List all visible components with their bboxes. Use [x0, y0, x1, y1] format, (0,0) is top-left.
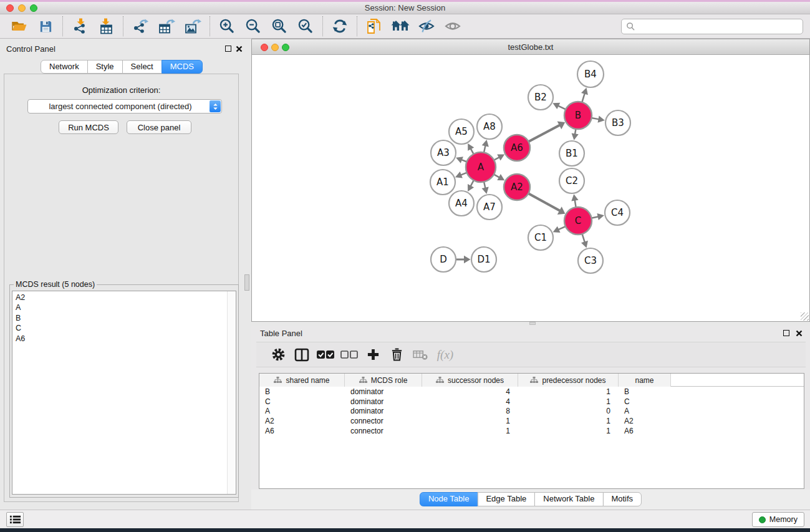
network-graph[interactable]: B4B2BB3A5A8A6A3B1AC2A1A2A4A7C4CC1C3DD1	[252, 55, 809, 321]
table-row[interactable]: Adominator80A	[259, 407, 804, 417]
node-table: shared nameMCDS rolesuccessor nodesprede…	[259, 373, 804, 489]
column-header-predecessor-nodes[interactable]: predecessor nodes	[518, 374, 619, 387]
show-details-eye-icon	[445, 20, 461, 32]
deselect-all-button[interactable]	[337, 344, 361, 365]
mcds-result-listbox[interactable]: A2ABCA6	[12, 291, 236, 495]
column-header-name[interactable]: name	[619, 374, 671, 387]
cell-shared-name: C	[259, 397, 345, 406]
float-panel-icon[interactable]	[783, 330, 789, 336]
close-panel-icon[interactable]	[796, 330, 803, 337]
column-icon	[294, 348, 309, 362]
zoom-out-button[interactable]	[240, 16, 266, 36]
graph-node-label: C	[575, 215, 581, 226]
graph-node-label: A3	[437, 147, 450, 158]
import-table-icon	[98, 18, 114, 34]
status-bar: Memory	[0, 510, 810, 528]
save-session-button[interactable]	[32, 16, 59, 36]
dropdown-value: largest connected component (directed)	[49, 102, 200, 111]
import-network-button[interactable]	[67, 16, 93, 36]
select-all-button[interactable]	[314, 344, 337, 365]
result-item[interactable]: A2	[16, 293, 233, 302]
graph-node-label: B2	[534, 92, 547, 103]
export-network-button[interactable]	[127, 16, 153, 36]
cell-name: A6	[619, 427, 671, 435]
dropdown-stepper-icon	[210, 100, 221, 112]
task-history-button[interactable]	[6, 512, 24, 527]
toolbar-separator	[62, 16, 63, 36]
table-row[interactable]: Cdominator41C	[259, 397, 804, 407]
zoom-fit-icon	[271, 18, 289, 35]
close-panel-button[interactable]: Close panel	[127, 120, 191, 134]
open-session-button[interactable]	[6, 16, 32, 36]
application-window: Session: New Session	[0, 0, 810, 532]
search-input[interactable]	[639, 22, 803, 31]
add-entry-button[interactable]	[361, 344, 385, 365]
zoom-in-button[interactable]	[214, 16, 240, 36]
search-field[interactable]	[621, 19, 803, 34]
home-button[interactable]	[387, 16, 413, 36]
float-panel-icon[interactable]	[225, 46, 231, 52]
tab-network-table[interactable]: Network Table	[534, 492, 603, 506]
delete-table-button[interactable]	[408, 344, 432, 365]
tab-node-table[interactable]: Node Table	[420, 492, 478, 506]
edge-arrowhead	[581, 88, 588, 95]
gear-icon	[271, 347, 286, 362]
tab-network[interactable]: Network	[41, 60, 88, 74]
delete-entry-button[interactable]	[385, 344, 408, 365]
search-icon	[626, 22, 635, 31]
zoom-selected-button[interactable]	[292, 16, 319, 36]
vertical-split-divider[interactable]	[243, 39, 251, 510]
column-header-successor-nodes[interactable]: successor nodes	[422, 374, 518, 387]
zoom-in-icon	[218, 18, 236, 35]
zoom-selected-icon	[297, 18, 315, 35]
tab-select[interactable]: Select	[122, 60, 162, 74]
graph-node-label: C1	[534, 232, 547, 243]
divider-grip[interactable]	[244, 274, 249, 291]
window-resize-handle[interactable]	[801, 312, 809, 321]
home-icon	[391, 19, 410, 34]
edge-arrowhead	[581, 241, 588, 248]
import-table-button[interactable]	[93, 16, 119, 36]
unchecked-checkboxes-icon	[340, 350, 358, 360]
cell-predecessor-nodes: 1	[518, 397, 619, 406]
close-panel-icon[interactable]	[236, 46, 243, 52]
zoom-fit-button[interactable]	[266, 16, 292, 36]
result-item[interactable]: A6	[16, 334, 233, 344]
edge-arrowhead	[571, 194, 578, 201]
tab-style[interactable]: Style	[87, 60, 123, 74]
network-canvas[interactable]: B4B2BB3A5A8A6A3B1AC2A1A2A4A7C4CC1C3DD1	[251, 55, 810, 322]
function-builder-button[interactable]: f(x)	[432, 344, 456, 365]
hide-graphics-details-button[interactable]	[413, 16, 440, 36]
network-window-titlebar[interactable]: testGlobe.txt	[251, 39, 810, 55]
toolbar-separator	[210, 16, 210, 36]
graph-node-label: A1	[436, 177, 449, 188]
table-row[interactable]: A6connector11A6	[259, 426, 804, 436]
graph-node-label: B4	[584, 69, 597, 80]
result-scrollbar[interactable]	[227, 291, 236, 494]
run-mcds-button[interactable]: Run MCDS	[59, 120, 118, 134]
refresh-view-button[interactable]	[327, 16, 353, 36]
edge-arrowhead	[482, 187, 489, 194]
tab-edge-table[interactable]: Edge Table	[477, 492, 535, 506]
table-row[interactable]: A2connector11A2	[259, 416, 804, 426]
column-header-shared-name[interactable]: shared name	[259, 374, 345, 387]
plus-icon	[367, 348, 380, 361]
new-network-from-selection-button[interactable]	[361, 16, 387, 36]
result-item[interactable]: B	[16, 313, 233, 323]
memory-button[interactable]: Memory	[752, 512, 804, 527]
optimization-criterion-dropdown[interactable]: largest connected component (directed)	[27, 99, 222, 114]
table-settings-button[interactable]	[266, 344, 290, 365]
export-table-button[interactable]	[153, 16, 180, 36]
table-row[interactable]: Bdominator41B	[259, 387, 804, 397]
show-graphics-details-button[interactable]	[440, 16, 466, 36]
tab-mcds[interactable]: MCDS	[162, 60, 203, 74]
cell-predecessor-nodes: 1	[518, 387, 619, 396]
tab-motifs[interactable]: Motifs	[602, 492, 642, 506]
divider-grip[interactable]	[529, 322, 536, 325]
toggle-column-button[interactable]	[290, 344, 314, 365]
column-header-mcds-role[interactable]: MCDS role	[345, 374, 422, 387]
result-item[interactable]: C	[16, 323, 233, 333]
export-image-button[interactable]	[180, 16, 206, 36]
table-body: Bdominator41BCdominator41CAdominator80AA…	[259, 387, 804, 436]
result-item[interactable]: A	[16, 302, 233, 312]
